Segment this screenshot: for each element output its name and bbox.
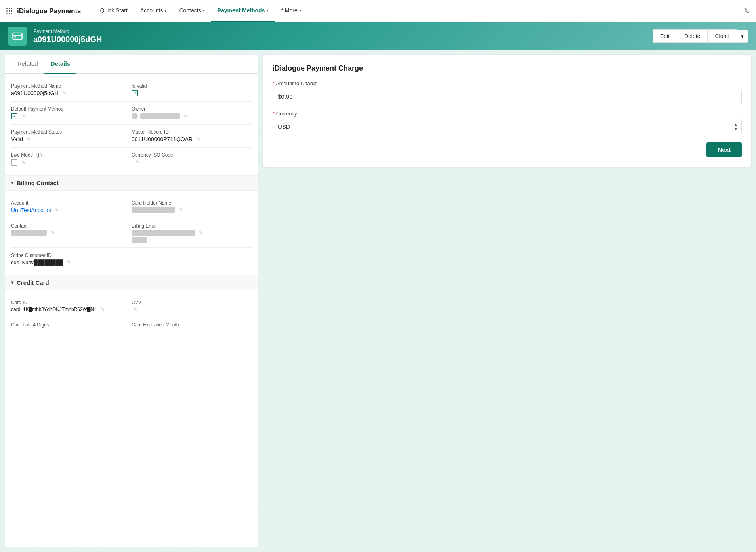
live-mode-value: ✎ — [11, 159, 132, 166]
billing-email-edit[interactable]: ✎ — [199, 230, 203, 236]
currency-select-wrap: USD ▲ ▼ — [273, 119, 742, 134]
next-button-wrap: Next — [273, 142, 742, 157]
record-header: Payment Method a091U00000j5dGH Edit Dele… — [0, 22, 756, 50]
amount-required-star: * — [273, 80, 275, 86]
field-contact: Contact ✎ — [11, 220, 132, 246]
currency-select[interactable]: USD — [273, 119, 742, 134]
payment-method-name-value: a091U00000j5dGH ✎ — [11, 90, 132, 96]
charge-title: iDialogue Payment Charge — [273, 64, 742, 73]
app-logo: iDialogue Payments — [17, 7, 81, 15]
billing-email-label: Billing Email — [132, 223, 252, 229]
payment-methods-chevron: ▾ — [266, 8, 268, 13]
stripe-customer-id-label: Stripe Customer ID — [11, 253, 252, 258]
accounts-chevron: ▾ — [164, 8, 166, 13]
billing-contact-section[interactable]: ▾ Billing Contact — [5, 175, 258, 191]
card-holder-name-label: Card Holder Name — [132, 200, 252, 206]
nav-edit-icon[interactable]: ✎ — [744, 7, 750, 15]
amount-input[interactable] — [273, 89, 742, 104]
left-panel: Related Details Payment Method Name a091… — [5, 55, 258, 547]
stripe-customer-id-edit[interactable]: ✎ — [67, 259, 71, 265]
field-card-holder-name: Card Holder Name ✎ — [132, 197, 252, 217]
amount-label: * Amount to Charge — [273, 80, 742, 86]
payment-method-name-edit[interactable]: ✎ — [63, 90, 67, 96]
account-edit[interactable]: ✎ — [55, 207, 59, 213]
clone-button[interactable]: Clone — [707, 29, 737, 43]
field-cvv: CVV ✎ — [132, 297, 252, 315]
edit-button[interactable]: Edit — [653, 29, 677, 43]
payment-method-status-label: Payment Method Status — [11, 129, 132, 135]
live-mode-label: Live Mode i — [11, 152, 132, 158]
cvv-value: ✎ — [132, 307, 252, 312]
tab-related[interactable]: Related — [11, 55, 44, 74]
main-layout: Related Details Payment Method Name a091… — [0, 50, 756, 552]
next-button[interactable]: Next — [706, 142, 742, 157]
field-card-exp-month: Card Expiration Month — [132, 319, 252, 332]
is-valid-value — [132, 90, 252, 96]
live-mode-info-icon[interactable]: i — [36, 153, 42, 158]
card-holder-name-edit[interactable]: ✎ — [179, 207, 183, 213]
card-id-label: Card ID — [11, 300, 132, 305]
tabs: Related Details — [5, 55, 258, 74]
master-record-id-edit[interactable]: ✎ — [197, 136, 200, 142]
charge-card: iDialogue Payment Charge * Amount to Cha… — [263, 55, 751, 167]
divider-5 — [11, 247, 252, 248]
tab-details[interactable]: Details — [44, 55, 76, 74]
app-grid-icon[interactable] — [6, 8, 12, 14]
right-panel: iDialogue Payment Charge * Amount to Cha… — [263, 55, 751, 547]
live-mode-checkbox — [11, 159, 17, 166]
owner-label: Owner — [132, 106, 252, 112]
contact-value: ✎ — [11, 230, 132, 236]
divider-2 — [11, 124, 252, 125]
detail-content: Payment Method Name a091U00000j5dGH ✎ Is… — [5, 74, 258, 175]
owner-value: ✎ — [132, 113, 252, 119]
default-payment-method-edit[interactable]: ✎ — [21, 113, 25, 119]
credit-card-grid: Card ID card_1K█mhbJYdhONJTmhbR62W█N1 ✎ … — [11, 297, 252, 332]
currency-iso-code-value: ✎ — [132, 159, 252, 165]
field-payment-method-status: Payment Method Status Valid ✎ — [11, 126, 132, 146]
field-owner: Owner ✎ — [132, 103, 252, 123]
nav-contacts[interactable]: Contacts ▾ — [173, 0, 211, 22]
default-payment-method-checkbox — [11, 113, 17, 119]
nav-more[interactable]: * More ▾ — [275, 0, 307, 22]
currency-iso-code-edit[interactable]: ✎ — [136, 159, 139, 165]
delete-button[interactable]: Delete — [677, 29, 707, 43]
record-type-label: Payment Method — [33, 29, 646, 34]
owner-edit[interactable]: ✎ — [184, 113, 188, 119]
contact-blurred — [11, 230, 47, 236]
field-master-record-id: Master Record ID 0011U00000P711QQAR ✎ — [132, 126, 252, 146]
credit-card-section[interactable]: ▾ Credit Card — [5, 275, 258, 290]
owner-avatar — [132, 113, 138, 119]
nav-items: Quick Start Accounts ▾ Contacts ▾ Paymen… — [94, 0, 744, 22]
billing-contact-chevron: ▾ — [11, 180, 13, 186]
actions-dropdown-button[interactable]: ▾ — [737, 30, 748, 43]
nav-payment-methods[interactable]: Payment Methods ▾ — [211, 0, 275, 22]
credit-card-content: Card ID card_1K█mhbJYdhONJTmhbR62W█N1 ✎ … — [5, 290, 258, 338]
billing-email-value: ✎ — [132, 230, 252, 243]
currency-label: * Currency — [273, 111, 742, 117]
contact-edit[interactable]: ✎ — [51, 230, 55, 236]
divider-1 — [11, 101, 252, 102]
billing-email-blurred-2 — [132, 237, 147, 243]
field-default-payment-method: Default Payment Method ✎ — [11, 103, 132, 123]
billing-contact-label: Billing Contact — [17, 180, 59, 186]
card-exp-month-label: Card Expiration Month — [132, 322, 252, 328]
field-is-valid: Is Valid — [132, 80, 252, 100]
is-valid-checkbox — [132, 90, 138, 96]
card-id-edit[interactable]: ✎ — [101, 307, 105, 312]
account-value[interactable]: UnitTestAccount ✎ — [11, 207, 132, 213]
field-live-mode: Live Mode i ✎ — [11, 149, 132, 169]
live-mode-edit[interactable]: ✎ — [21, 160, 25, 165]
record-actions: Edit Delete Clone ▾ — [653, 29, 748, 43]
record-icon — [8, 27, 27, 46]
payment-method-status-edit[interactable]: ✎ — [27, 136, 31, 142]
svg-rect-0 — [13, 33, 22, 39]
payment-method-status-value: Valid ✎ — [11, 136, 132, 142]
nav-quick-start[interactable]: Quick Start — [94, 0, 134, 22]
billing-email-blurred-1 — [132, 230, 195, 236]
nav-accounts[interactable]: Accounts ▾ — [134, 0, 173, 22]
owner-name-blurred — [140, 113, 180, 119]
cvv-edit[interactable]: ✎ — [133, 307, 137, 312]
divider-4 — [11, 218, 252, 218]
credit-card-chevron: ▾ — [11, 280, 13, 285]
field-payment-method-name: Payment Method Name a091U00000j5dGH ✎ — [11, 80, 132, 100]
